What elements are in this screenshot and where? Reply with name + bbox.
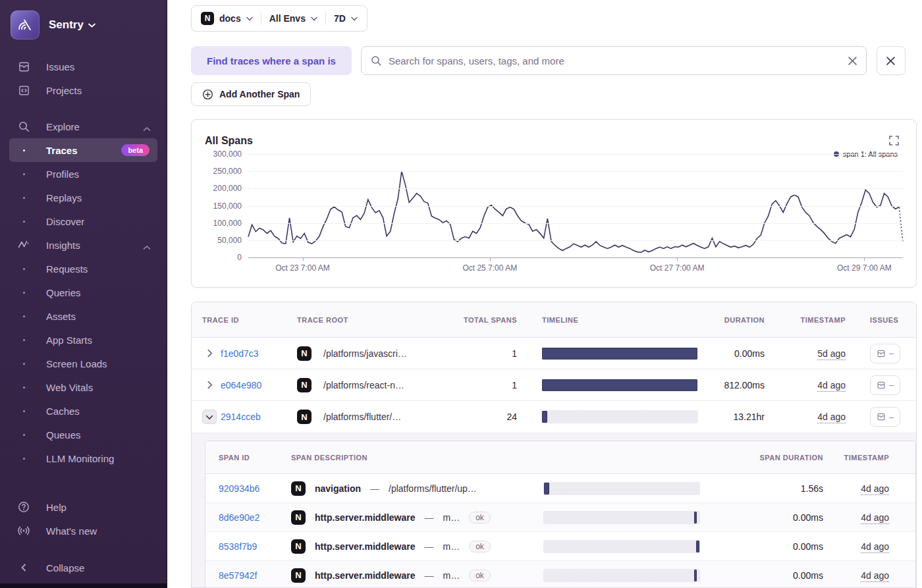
sidebar-item-requests[interactable]: Requests [0, 257, 167, 281]
gridline [248, 206, 903, 207]
col-trace-root: Trace Root [297, 316, 460, 324]
span-row[interactable]: 8e57942f N http.server.middleware — m… o… [205, 561, 915, 588]
chart-y-axis: 300,000250,000200,000150,000100,00050,00… [192, 154, 242, 257]
issues-button[interactable]: – [870, 344, 900, 363]
gridline [248, 240, 903, 241]
bullet-icon [17, 292, 30, 294]
nextjs-project-icon: N [291, 510, 306, 525]
sidebar-item-profiles[interactable]: Profiles [0, 162, 167, 186]
remove-span-filter-button[interactable] [877, 46, 906, 75]
timeline-track [542, 348, 697, 360]
sidebar-item-label: Projects [46, 85, 82, 96]
sidebar-item-discover[interactable]: Discover [0, 209, 167, 233]
trace-id-link[interactable]: e064e980 [221, 380, 261, 390]
sidebar-item-caches[interactable]: Caches [0, 399, 167, 423]
timeline-track [544, 570, 699, 581]
chevron-up-icon[interactable] [143, 122, 151, 134]
chevron-up-icon[interactable] [143, 241, 151, 252]
sidebar-item-replays[interactable]: Replays [0, 186, 167, 209]
sidebar-item-app-starts[interactable]: App Starts [0, 328, 167, 352]
org-switcher[interactable]: Sentry [0, 0, 167, 40]
sentry-logo-icon[interactable] [11, 11, 40, 40]
sidebar-item-help[interactable]: Help [0, 495, 167, 519]
fullscreen-icon[interactable] [889, 136, 899, 148]
sidebar-group-insights[interactable]: Insights [0, 233, 167, 257]
expand-chevron-right-icon[interactable] [202, 378, 217, 392]
bullet-icon [17, 410, 30, 412]
col-span-id: Span ID [219, 454, 291, 462]
issues-button[interactable]: – [870, 375, 900, 395]
trace-row[interactable]: e064e980 N/platforms/react-n… 1 812.00ms… [192, 369, 916, 401]
trace-row-expanded[interactable]: 2914cceb N/platforms/flutter/… 24 13.21h… [192, 401, 916, 433]
collapse-button[interactable]: Collapse [0, 556, 167, 579]
col-trace-id: Trace ID [202, 316, 297, 324]
sidebar-item-label: LLM Monitoring [46, 453, 114, 464]
gridline [248, 257, 903, 258]
sidebar-item-assets[interactable]: Assets [0, 304, 167, 328]
expanded-trace-section: Span ID Span Description Span Duration T… [192, 433, 916, 588]
sidebar-group-explore[interactable]: Explore [0, 115, 167, 138]
page-filter-bar: N docs All Envs 7D [191, 5, 367, 32]
span-description: /platforms/flutter/up… [389, 483, 477, 494]
timestamp-value: 4d ago [823, 541, 889, 552]
nextjs-project-icon: N [291, 568, 306, 583]
x-axis-label: Oct 25 7:00 AM [462, 263, 517, 273]
span-duration-value: 0.00ms [699, 541, 823, 552]
date-range-label: 7D [334, 13, 346, 24]
dash-separator: — [425, 512, 434, 523]
span-id-link[interactable]: 8538f7b9 [219, 541, 257, 552]
trace-id-link[interactable]: 2914cceb [221, 412, 261, 422]
span-description: m… [443, 570, 460, 581]
clear-search-icon[interactable] [848, 57, 857, 65]
sidebar-item-label: Profiles [46, 169, 79, 180]
org-name-label: Sentry [49, 18, 84, 32]
date-range-selector[interactable]: 7D [334, 13, 358, 24]
sidebar-item-traces[interactable]: Traces beta [9, 138, 157, 162]
span-id-link[interactable]: 920934b6 [219, 483, 259, 494]
bullet-icon [17, 363, 30, 365]
span-search-input[interactable] [389, 55, 842, 67]
sidebar: Sentry Issues Projects Exp [0, 0, 167, 588]
timeline-track [544, 512, 699, 523]
broadcast-icon [17, 524, 30, 537]
collapse-chevron-down-icon[interactable] [202, 410, 217, 424]
close-icon [886, 57, 895, 65]
x-axis-tick [490, 257, 491, 261]
span-row[interactable]: 8d6e90e2 N http.server.middleware — m… o… [205, 503, 915, 532]
col-timestamp: Timestamp [765, 316, 846, 324]
issues-button[interactable]: – [870, 407, 900, 427]
bullet-icon [17, 315, 30, 317]
col-duration: Duration [697, 316, 765, 324]
add-another-span-button[interactable]: Add Another Span [191, 82, 311, 106]
timestamp-value: 4d ago [823, 570, 889, 581]
chart-title: All Spans [205, 135, 253, 147]
sidebar-item-label: Issues [46, 61, 74, 72]
sidebar-item-whats-new[interactable]: What's new [0, 519, 167, 543]
trace-id-link[interactable]: f1e0d7c3 [221, 348, 259, 359]
sidebar-item-screen-loads[interactable]: Screen Loads [0, 352, 167, 375]
span-id-link[interactable]: 8e57942f [219, 570, 257, 581]
collapse-row: Collapse [0, 556, 167, 579]
sidebar-item-issues[interactable]: Issues [0, 55, 167, 78]
span-id-link[interactable]: 8d6e90e2 [219, 512, 259, 523]
trace-row[interactable]: f1e0d7c3 N/platforms/javascri… 1 0.00ms … [192, 338, 916, 369]
y-axis-label: 250,000 [213, 167, 242, 176]
span-row[interactable]: 920934b6 N navigation — /platforms/flutt… [205, 474, 915, 503]
gridline [248, 188, 903, 189]
environment-selector[interactable]: All Envs [269, 13, 317, 24]
sidebar-item-llm-monitoring[interactable]: LLM Monitoring [0, 446, 167, 470]
sidebar-item-web-vitals[interactable]: Web Vitals [0, 375, 167, 399]
sidebar-item-label: Web Vitals [46, 382, 93, 393]
span-row[interactable]: 8538f7b9 N http.server.middleware — m… o… [205, 532, 915, 561]
col-timestamp: Timestamp [823, 454, 889, 462]
org-name[interactable]: Sentry [49, 18, 95, 32]
sidebar-item-projects[interactable]: Projects [0, 78, 167, 102]
divider [325, 12, 326, 25]
sidebar-item-queues[interactable]: Queues [0, 423, 167, 446]
expand-chevron-right-icon[interactable] [202, 346, 217, 361]
sidebar-item-queries[interactable]: Queries [0, 281, 167, 304]
status-badge: ok [469, 541, 491, 552]
project-selector[interactable]: N docs [201, 12, 253, 25]
chart-plot-area[interactable]: Oct 23 7:00 AMOct 25 7:00 AMOct 27 7:00 … [248, 154, 903, 257]
timestamp-value: 4d ago [823, 483, 889, 494]
